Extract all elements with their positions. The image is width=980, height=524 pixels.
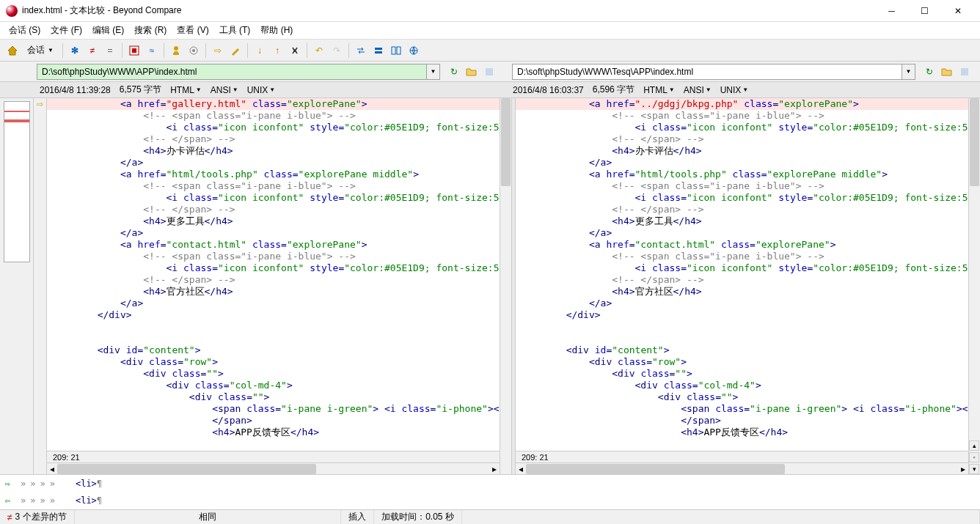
- minimize-button[interactable]: ─: [875, 0, 908, 22]
- svg-rect-8: [397, 47, 401, 54]
- menu-view[interactable]: 查看 (V): [172, 23, 213, 38]
- copy-left-button[interactable]: ↓: [252, 43, 268, 59]
- right-hscroll[interactable]: ◂▸: [516, 462, 968, 474]
- left-gutter: ⇨: [34, 98, 47, 474]
- right-pane: <a href="../gdgj/bkpg.php" class="explor…: [516, 98, 968, 474]
- scroll-up-button[interactable]: ▴: [969, 440, 979, 451]
- menu-search[interactable]: 搜索 (R): [130, 23, 171, 38]
- status-same: 相同: [75, 510, 342, 524]
- menubar: 会话 (S) 文件 (F) 编辑 (E) 搜索 (R) 查看 (V) 工具 (T…: [0, 22, 980, 40]
- diff-arrow-icon: ⇨: [34, 98, 46, 109]
- right-vscroll[interactable]: ▴ ◦ ▾: [968, 98, 980, 474]
- diff-button[interactable]: ≠: [84, 43, 100, 59]
- scroll-mode-button[interactable]: ◦: [969, 452, 979, 462]
- right-path-input[interactable]: [512, 64, 902, 80]
- session-dropdown[interactable]: 会话▼: [22, 42, 59, 59]
- svg-rect-11: [961, 68, 968, 75]
- svg-rect-1: [132, 48, 136, 53]
- preview-line-1: <li>¶: [61, 479, 102, 489]
- find-button[interactable]: [287, 43, 303, 59]
- svg-point-4: [192, 49, 195, 52]
- status-diffs: ≠3 个差异的节: [0, 510, 75, 524]
- left-lineend-dropdown[interactable]: UNIX ▼: [247, 85, 276, 95]
- left-pane: <a href="gallery.html" class="explorePan…: [47, 98, 500, 474]
- svg-rect-6: [375, 51, 382, 53]
- all-button[interactable]: ✻: [67, 43, 83, 59]
- left-vscroll[interactable]: [500, 98, 511, 474]
- statusbar: ≠3 个差异的节 相同 插入 加载时间：0.05 秒: [0, 509, 980, 524]
- right-date: 2016/4/8 16:03:37: [513, 85, 584, 95]
- status-loadtime: 加载时间：0.05 秒: [374, 510, 462, 524]
- preview-panel: ⇨ »»»» <li>¶ ⇦ »»»» <li>¶: [0, 474, 980, 509]
- left-refresh-button[interactable]: ↻: [446, 64, 462, 80]
- reload-button[interactable]: [370, 43, 387, 59]
- toolbar: 会话▼ ✻ ≠ = ≈ ⇨ ↓ ↑ ↶ ↷: [0, 40, 980, 62]
- layout-button[interactable]: [388, 43, 404, 59]
- left-path-dropdown[interactable]: ▼: [427, 64, 440, 80]
- web-button[interactable]: [406, 43, 422, 59]
- context-button[interactable]: [126, 43, 142, 59]
- right-format-dropdown[interactable]: HTML ▼: [643, 85, 675, 95]
- svg-rect-5: [375, 48, 382, 50]
- svg-point-2: [174, 46, 178, 51]
- left-save-button[interactable]: [481, 64, 497, 80]
- copy-right-button[interactable]: ↑: [269, 43, 285, 59]
- right-open-button[interactable]: [939, 64, 955, 80]
- right-encoding-dropdown[interactable]: ANSI ▼: [684, 85, 712, 95]
- window-title: index.html - 文本比较 - Beyond Compare: [22, 4, 875, 17]
- close-button[interactable]: ✕: [941, 0, 974, 22]
- preview-line-2: <li>¶: [61, 495, 102, 506]
- next-diff-button[interactable]: ⇨: [210, 43, 226, 59]
- rules-button[interactable]: [168, 43, 184, 59]
- right-cursor-pos: 209: 21: [516, 451, 968, 462]
- compare-area: ⇨ <a href="gallery.html" class="exploreP…: [0, 98, 980, 474]
- left-code-view[interactable]: <a href="gallery.html" class="explorePan…: [47, 98, 500, 451]
- svg-rect-7: [392, 47, 395, 54]
- left-open-button[interactable]: [464, 64, 480, 80]
- format-button[interactable]: [186, 43, 202, 59]
- info-bar: 2016/4/8 11:39:28 6,575 字节 HTML ▼ ANSI ▼…: [0, 82, 980, 98]
- path-bar: ▼ ↻ ▼ ↻: [0, 62, 980, 82]
- left-cursor-pos: 209: 21: [47, 451, 500, 462]
- right-refresh-button[interactable]: ↻: [921, 64, 937, 80]
- undo-button[interactable]: ↶: [311, 43, 327, 59]
- preview-next-icon[interactable]: ⇨: [0, 479, 15, 489]
- menu-help[interactable]: 帮助 (H): [256, 23, 297, 38]
- redo-button[interactable]: ↷: [329, 43, 345, 59]
- left-date: 2016/4/8 11:39:28: [40, 85, 111, 95]
- menu-session[interactable]: 会话 (S): [4, 23, 45, 38]
- thumbnail-column[interactable]: [0, 98, 34, 474]
- maximize-button[interactable]: ☐: [908, 0, 941, 22]
- right-save-button[interactable]: [957, 64, 973, 80]
- home-button[interactable]: [4, 43, 21, 59]
- menu-edit[interactable]: 编辑 (E): [88, 23, 128, 38]
- menu-file[interactable]: 文件 (F): [46, 23, 87, 38]
- left-hscroll[interactable]: ◂▸: [47, 462, 500, 474]
- app-icon: [6, 5, 18, 17]
- right-size: 6,596 字节: [593, 84, 635, 96]
- left-encoding-dropdown[interactable]: ANSI ▼: [211, 85, 238, 95]
- titlebar: index.html - 文本比较 - Beyond Compare ─ ☐ ✕: [0, 0, 980, 22]
- thumbnail-overview[interactable]: [4, 101, 30, 262]
- edit-button[interactable]: [227, 43, 244, 59]
- svg-rect-10: [486, 68, 493, 75]
- right-code-view[interactable]: <a href="../gdgj/bkpg.php" class="explor…: [516, 98, 968, 451]
- left-path-input[interactable]: [37, 64, 427, 80]
- same-button[interactable]: =: [102, 43, 118, 59]
- status-insert: 插入: [341, 510, 374, 524]
- right-path-dropdown[interactable]: ▼: [902, 64, 915, 80]
- preview-prev-icon[interactable]: ⇦: [0, 495, 15, 506]
- left-size: 6,575 字节: [120, 84, 161, 96]
- scroll-down-button[interactable]: ▾: [969, 464, 979, 474]
- approx-button[interactable]: ≈: [144, 43, 160, 59]
- menu-tools[interactable]: 工具 (T): [215, 23, 255, 38]
- right-lineend-dropdown[interactable]: UNIX ▼: [720, 85, 749, 95]
- left-format-dropdown[interactable]: HTML ▼: [170, 85, 202, 95]
- swap-button[interactable]: [353, 43, 369, 59]
